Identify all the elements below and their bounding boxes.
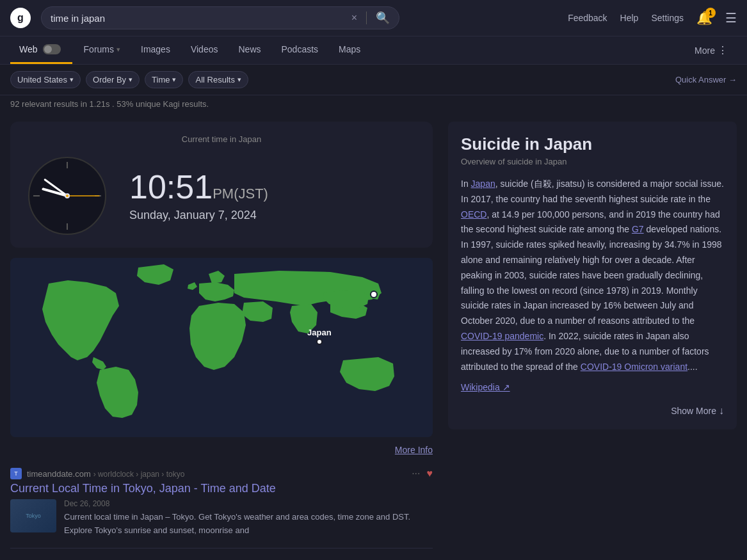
show-more-label: Show More	[671, 406, 716, 416]
svg-point-9	[66, 195, 68, 197]
tab-maps-label: Maps	[339, 44, 360, 54]
result-favicon-1: T	[10, 468, 22, 479]
results-unique-percent: 53%	[116, 99, 133, 109]
result-thumbnail: Tokyo	[10, 499, 56, 532]
date-display: Sunday, January 7, 2024	[129, 209, 417, 222]
time-chevron-icon: ▾	[172, 76, 176, 84]
region-chevron-icon: ▾	[70, 76, 74, 84]
tab-news-label: News	[238, 44, 261, 54]
tab-videos[interactable]: Videos	[182, 36, 227, 64]
results-info-bar: 92 relevant results in 1.21s . 53% uniqu…	[0, 95, 747, 111]
time-label: Time	[152, 75, 170, 84]
more-tabs-button[interactable]: More ⋮	[686, 36, 737, 64]
wiki-link-g7[interactable]: G7	[632, 224, 644, 234]
clock-widget: Current time in Japan	[10, 122, 433, 248]
tab-videos-label: Videos	[191, 44, 218, 54]
quick-answer-label: Quick Answer →	[675, 75, 737, 84]
wiki-subtitle: Overview of suicide in Japan	[461, 157, 724, 166]
header: g × 🔍 Feedback Help Settings 🔔 1 ☰	[0, 0, 747, 36]
feedback-link[interactable]: Feedback	[568, 13, 607, 23]
analog-clock	[26, 154, 109, 237]
clock-title: Current time in Japan	[26, 134, 417, 144]
result-breadcrumb: › worldclock › japan › tokyo	[93, 470, 185, 479]
tab-podcasts[interactable]: Podcasts	[273, 36, 328, 64]
tab-web-label: Web	[19, 44, 38, 54]
clock-content: 10:51PM(JST) Sunday, January 7, 2024	[26, 154, 417, 237]
logo-icon[interactable]: g	[10, 8, 31, 28]
result-item-1: T timeanddate.com › worldclock › japan ›…	[10, 458, 433, 548]
search-input[interactable]	[51, 13, 346, 24]
web-toggle[interactable]	[43, 44, 61, 54]
tab-forums[interactable]: Forums ▾	[75, 36, 129, 64]
order-chevron-icon: ▾	[129, 76, 133, 84]
japan-label-text: Japan	[307, 328, 332, 337]
hamburger-menu-icon[interactable]: ☰	[725, 10, 737, 26]
wiki-link-omicron[interactable]: COVID-19 Omicron variant	[581, 362, 687, 372]
more-label: More	[695, 45, 715, 56]
wiki-wikipedia-link-row: Wikipedia ↗	[461, 382, 724, 392]
digital-time-area: 10:51PM(JST) Sunday, January 7, 2024	[129, 170, 417, 222]
notification-badge: 1	[705, 8, 716, 18]
notification-button[interactable]: 🔔 1	[696, 10, 712, 26]
region-filter[interactable]: United States ▾	[10, 71, 81, 88]
digital-clock-display: 10:51PM(JST)	[129, 170, 417, 204]
wiki-link-oecd[interactable]: OECD	[461, 209, 486, 220]
results-unique-label: unique Kagi results.	[136, 99, 209, 109]
result-more-icon[interactable]: ···	[412, 468, 420, 479]
result-date: Dec 26, 2008	[64, 499, 433, 508]
all-results-chevron-icon: ▾	[237, 76, 241, 84]
quick-answer-button[interactable]: Quick Answer →	[675, 75, 737, 84]
search-clear-icon[interactable]: ×	[351, 12, 357, 24]
order-label: Order By	[93, 75, 126, 84]
result-save-icon[interactable]: ♥	[427, 468, 433, 479]
tab-news[interactable]: News	[229, 36, 269, 64]
more-info-link[interactable]: More Info	[10, 442, 433, 458]
result-domain: timeanddate.com	[27, 469, 91, 479]
show-more-button[interactable]: Show More ↓	[671, 405, 724, 417]
clock-hours: 10	[129, 168, 166, 205]
region-label: United States	[17, 75, 67, 84]
right-panel: Suicide in Japan Overview of suicide in …	[448, 122, 737, 548]
more-dots-icon: ⋮	[718, 44, 728, 56]
time-filter[interactable]: Time ▾	[145, 71, 183, 88]
tab-images[interactable]: Images	[132, 36, 179, 64]
wiki-title: Suicide in Japan	[461, 134, 724, 154]
search-divider	[366, 12, 367, 24]
tab-maps[interactable]: Maps	[330, 36, 369, 64]
filter-bar: United States ▾ Order By ▾ Time ▾ All Re…	[0, 65, 747, 95]
svg-point-11	[371, 291, 377, 298]
wiki-link-japan[interactable]: Japan	[471, 179, 495, 189]
help-link[interactable]: Help	[620, 13, 639, 23]
favicon-text: T	[14, 470, 18, 477]
show-more-arrow-icon: ↓	[719, 405, 724, 417]
result-title-link[interactable]: Current Local Time in Tokyo, Japan - Tim…	[10, 482, 433, 495]
world-map-svg	[10, 258, 433, 437]
order-filter[interactable]: Order By ▾	[86, 71, 140, 88]
map-pin-dot	[316, 339, 323, 345]
settings-link[interactable]: Settings	[651, 13, 684, 23]
tab-podcasts-label: Podcasts	[282, 44, 319, 54]
forums-chevron-icon: ▾	[116, 45, 120, 54]
nav-tabs: Web Forums ▾ Images Videos News Podcasts…	[0, 36, 747, 65]
result-text-area: Dec 26, 2008 Current local time in Japan…	[64, 499, 433, 538]
results-time: 1.21s	[90, 99, 110, 109]
wikipedia-card: Suicide in Japan Overview of suicide in …	[448, 122, 737, 429]
results-count: 92	[10, 99, 19, 109]
result-site-row: T timeanddate.com › worldclock › japan ›…	[10, 468, 433, 479]
main-content: Current time in Japan	[0, 111, 747, 559]
wiki-text-2: , suicide (自殺, jisatsu) is considered a …	[461, 179, 724, 204]
tab-web[interactable]: Web	[10, 36, 72, 64]
clock-minutes: 51	[175, 168, 213, 205]
wiki-link-covid[interactable]: COVID-19 pandemic	[461, 331, 543, 341]
all-results-label: All Results	[195, 75, 234, 84]
all-results-filter[interactable]: All Results ▾	[188, 71, 248, 88]
wiki-text-4: developed nations. In 1997, suicide rate…	[461, 224, 722, 326]
wikipedia-external-link[interactable]: Wikipedia ↗	[461, 382, 510, 392]
header-right: Feedback Help Settings 🔔 1 ☰	[568, 10, 737, 26]
results-info-text: relevant results in	[22, 99, 90, 109]
left-panel: Current time in Japan	[10, 122, 433, 548]
wiki-footer: Show More ↓	[461, 405, 724, 417]
result-domain-info: timeanddate.com › worldclock › japan › t…	[27, 468, 184, 479]
wiki-text-6: ....	[687, 362, 698, 372]
search-submit-icon[interactable]: 🔍	[376, 11, 390, 25]
